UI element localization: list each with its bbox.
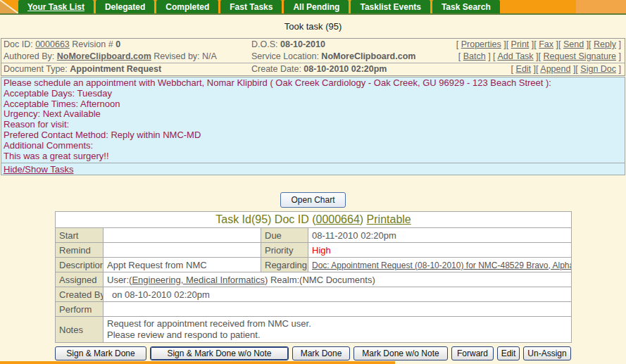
top-tab-bar: Your Task List Delegated Completed Fast … [0, 0, 626, 15]
message-line: Acceptable Times: Afternoon [4, 99, 622, 110]
authored-by-link[interactable]: NoMoreClipboard.com [57, 51, 151, 61]
created-by-label: Created By [56, 287, 104, 302]
forward-button[interactable]: Forward [451, 346, 494, 360]
tab-bar-right-segment [576, 0, 626, 13]
notes-label: Notes [56, 317, 104, 343]
start-value [104, 228, 261, 243]
assigned-pre: User:( [107, 275, 132, 285]
regarding-label: Regarding [261, 258, 308, 272]
message-line: This was a great surgery!! [4, 151, 622, 162]
tab-label: Tasklist Events [360, 2, 420, 12]
mark-done-button[interactable]: Mark Done [292, 346, 350, 360]
table-row: Perform [56, 302, 572, 317]
doc-action-edit-link[interactable]: Edit [516, 64, 532, 74]
un-assign-button[interactable]: Un-Assign [523, 346, 571, 360]
doc-action-fax-link[interactable]: Fax [539, 39, 553, 49]
appointment-request-message: Please schedule an appointment with Webb… [1, 77, 625, 163]
doc-actions-row-3: [ Edit ][ Append ][ Sign Doc ] [451, 63, 625, 75]
doc-action-add-task-link[interactable]: Add Task [497, 51, 533, 61]
task-doc-id-link[interactable]: 0000664 [316, 213, 360, 225]
hide-show-tasks-link[interactable]: Hide/Show Tasks [4, 164, 73, 175]
printable-link[interactable]: Printable [367, 213, 411, 225]
mark-done-wo-note-button[interactable]: Mark Done w/o Note [353, 346, 448, 360]
task-title-row: Task Id(95) Doc ID (0000664) Printable [56, 212, 572, 228]
service-location-label: Service Location: [251, 51, 321, 61]
open-chart-wrap: Open Chart [0, 192, 626, 208]
tab-fast-tasks[interactable]: Fast Tasks [220, 0, 282, 13]
service-location-row: Service Location: NoMoreClipboard.com [249, 51, 451, 63]
tab-your-task-list[interactable]: Your Task List [18, 0, 94, 13]
authored-row: Authored By: NoMoreClipboard.com Revised… [1, 51, 249, 63]
tab-label: Delegated [105, 2, 145, 12]
revision-value: 0 [115, 39, 120, 49]
doc-id-link[interactable]: 0000663 [35, 39, 70, 49]
description-label: Description [56, 258, 104, 272]
task-detail-table: Task Id(95) Doc ID (0000664) Printable S… [55, 211, 572, 343]
tab-tasklist-events[interactable]: Tasklist Events [351, 0, 430, 13]
message-line: Prefered Contact Method: Reply within NM… [4, 130, 622, 141]
message-line: Additional Comments: [4, 141, 622, 151]
remind-value [104, 243, 261, 258]
assigned-user-link[interactable]: Engineering, Medical Informatics [132, 275, 265, 285]
edit-button[interactable]: Edit [497, 346, 520, 360]
regarding-doc-link[interactable]: Doc: Appointment Request (08-10-2010) fo… [312, 261, 572, 270]
priority-label: Priority [261, 243, 308, 258]
open-chart-button[interactable]: Open Chart [280, 192, 345, 208]
doc-action-reply-link[interactable]: Reply [594, 39, 616, 49]
message-line: Urgency: Next Available [4, 109, 622, 120]
task-title-suffix: ) [360, 213, 367, 225]
tab-delegated[interactable]: Delegated [96, 0, 154, 13]
notes-value: Request for appointment received from NM… [104, 317, 572, 343]
priority-value: High [308, 243, 572, 258]
doc-action-append-link[interactable]: Append [540, 64, 570, 74]
service-location-value: NoMoreClipboard.com [321, 51, 415, 61]
tab-all-pending[interactable]: All Pending [284, 0, 349, 13]
dos-row: D.O.S: 08-10-2010 [249, 39, 451, 51]
start-label: Start [56, 228, 104, 243]
document-type-label: Document Type: [4, 64, 70, 74]
hide-show-tasks-row: Hide/Show Tasks [1, 163, 625, 175]
tab-completed[interactable]: Completed [156, 0, 218, 13]
table-row: Description Appt Request from NMC Regard… [56, 258, 572, 272]
revision-label: Revision # [70, 39, 115, 49]
tab-label: Completed [165, 2, 209, 12]
notes-line: Please review and respond to patient. [107, 330, 568, 341]
document-type-value: Appointment Request [70, 64, 161, 74]
dos-value: 08-10-2010 [280, 39, 325, 49]
sign-mark-done-wo-note-button[interactable]: Sign & Mark Done w/o Note [150, 346, 289, 360]
doc-action-batch-link[interactable]: Batch [463, 51, 486, 61]
tab-task-search[interactable]: Task Search [432, 0, 500, 13]
task-title-text: Task Id(95) Doc ID ( [215, 213, 315, 225]
remind-label: Remind [56, 243, 104, 258]
revised-value: N/A [202, 51, 217, 61]
table-row: Assigned User:(Engineering, Medical Info… [56, 272, 572, 287]
tab-label: Fast Tasks [230, 2, 273, 12]
doc-action-sign-doc-link[interactable]: Sign Doc [580, 64, 616, 74]
message-line: Acceptable Days: Tuesday [4, 89, 622, 99]
bottom-orange-strip [0, 361, 395, 364]
doc-action-properties-link[interactable]: Properties [461, 39, 501, 49]
dos-label: D.O.S: [251, 39, 280, 49]
due-value: 08-11-2010 02:20pm [308, 228, 572, 243]
table-row: Created By on 08-10-2010 02:20pm [56, 287, 572, 302]
assigned-label: Assigned [56, 272, 104, 287]
assigned-value: User:(Engineering, Medical Informatics) … [104, 272, 572, 287]
due-label: Due [261, 228, 308, 243]
tab-label: Task Search [442, 2, 491, 12]
message-line: Reason for visit: [4, 120, 622, 130]
doc-action-request-signature-link[interactable]: Request Signature [544, 51, 617, 61]
task-action-buttons: Sign & Mark Done Sign & Mark Done w/o No… [55, 346, 572, 360]
doc-action-send-link[interactable]: Send [563, 39, 584, 49]
revised-label: Revised by: [151, 51, 202, 61]
tab-label: All Pending [293, 2, 339, 12]
create-date-value: 08-10-2010 02:20pm [303, 64, 387, 74]
notes-line: Request for appointment received from NM… [107, 318, 568, 330]
sign-mark-done-button[interactable]: Sign & Mark Done [55, 346, 146, 360]
assigned-post: ) Realm:(NMC Documents) [265, 275, 375, 285]
tab-bar-spacer [502, 0, 576, 13]
created-by-value: on 08-10-2010 02:20pm [104, 287, 572, 302]
doc-action-print-link[interactable]: Print [511, 39, 530, 49]
perform-label: Perform [56, 302, 104, 317]
message-line: Please schedule an appointment with Webb… [4, 78, 622, 89]
authored-label: Authored By: [4, 51, 57, 61]
